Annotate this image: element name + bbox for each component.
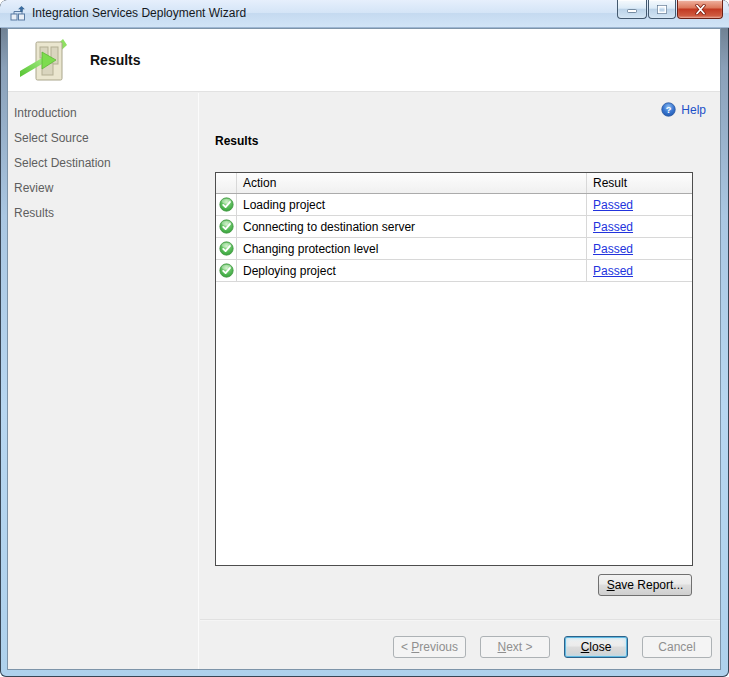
wizard-window: Integration Services Deployment Wizard <box>0 0 729 677</box>
save-report-label: Save Report... <box>607 578 684 592</box>
sidebar-item-select-source[interactable]: Select Source <box>8 126 198 151</box>
close-window-icon[interactable] <box>677 0 723 19</box>
success-icon <box>219 197 234 212</box>
accel-letter: S <box>607 578 615 592</box>
app-icon <box>10 6 26 22</box>
close-button[interactable]: Close <box>564 636 628 658</box>
passed-link[interactable]: Passed <box>593 220 633 234</box>
success-icon <box>219 241 234 256</box>
previous-label: < Previous <box>401 640 458 654</box>
caption-buttons <box>617 0 723 19</box>
page-title: Results <box>90 52 141 68</box>
action-cell: Deploying project <box>236 260 586 281</box>
window-title: Integration Services Deployment Wizard <box>32 6 246 20</box>
label-pre: < <box>401 640 411 654</box>
success-icon <box>219 263 234 278</box>
sidebar-item-select-destination[interactable]: Select Destination <box>8 151 198 176</box>
minimize-icon[interactable] <box>617 0 647 19</box>
header-band: Results <box>8 29 720 92</box>
help-icon: ? <box>661 102 676 117</box>
table-row: Loading project Passed <box>216 194 692 216</box>
next-label: Next > <box>497 640 532 654</box>
help-label: Help <box>681 103 706 117</box>
label-rest: ext > <box>506 640 532 654</box>
column-header-result: Result <box>586 173 692 193</box>
deployment-icon <box>20 36 68 84</box>
footer-buttons: < Previous Next > Close Cancel <box>393 636 712 658</box>
help-link[interactable]: ? Help <box>661 102 706 117</box>
wizard-steps-sidebar: Introduction Select Source Select Destin… <box>8 93 199 669</box>
table-header-row: Action Result <box>216 173 692 194</box>
results-table: Action Result Loading project Passed Con… <box>215 172 693 566</box>
close-label: Close <box>581 640 612 654</box>
table-row: Deploying project Passed <box>216 260 692 282</box>
main-panel: ? Help Results Action Result Loading pro… <box>200 93 720 669</box>
label-rest: ave Report... <box>615 578 684 592</box>
success-icon <box>219 219 234 234</box>
action-cell: Connecting to destination server <box>236 216 586 237</box>
action-cell: Loading project <box>236 194 586 215</box>
sidebar-item-review[interactable]: Review <box>8 176 198 201</box>
label-rest: lose <box>589 640 611 654</box>
label-rest: revious <box>419 640 458 654</box>
titlebar: Integration Services Deployment Wizard <box>0 0 729 28</box>
passed-link[interactable]: Passed <box>593 242 633 256</box>
action-cell: Changing protection level <box>236 238 586 259</box>
passed-link[interactable]: Passed <box>593 264 633 278</box>
save-report-button[interactable]: Save Report... <box>598 574 692 596</box>
previous-button[interactable]: < Previous <box>393 636 466 658</box>
sidebar-item-results[interactable]: Results <box>8 201 198 226</box>
accel-letter: N <box>497 640 506 654</box>
table-empty-area <box>216 282 692 565</box>
next-button[interactable]: Next > <box>480 636 550 658</box>
table-row: Connecting to destination server Passed <box>216 216 692 238</box>
column-header-action: Action <box>236 173 586 193</box>
dialog-body: Results Introduction Select Source Selec… <box>7 28 721 670</box>
svg-text:?: ? <box>666 105 672 115</box>
footer-separator <box>200 619 720 621</box>
cancel-button[interactable]: Cancel <box>642 636 712 658</box>
cancel-label: Cancel <box>658 640 695 654</box>
results-section-label: Results <box>215 134 258 148</box>
maximize-icon[interactable] <box>648 0 676 19</box>
column-header-status <box>216 173 236 193</box>
passed-link[interactable]: Passed <box>593 198 633 212</box>
sidebar-item-introduction[interactable]: Introduction <box>8 101 198 126</box>
table-row: Changing protection level Passed <box>216 238 692 260</box>
